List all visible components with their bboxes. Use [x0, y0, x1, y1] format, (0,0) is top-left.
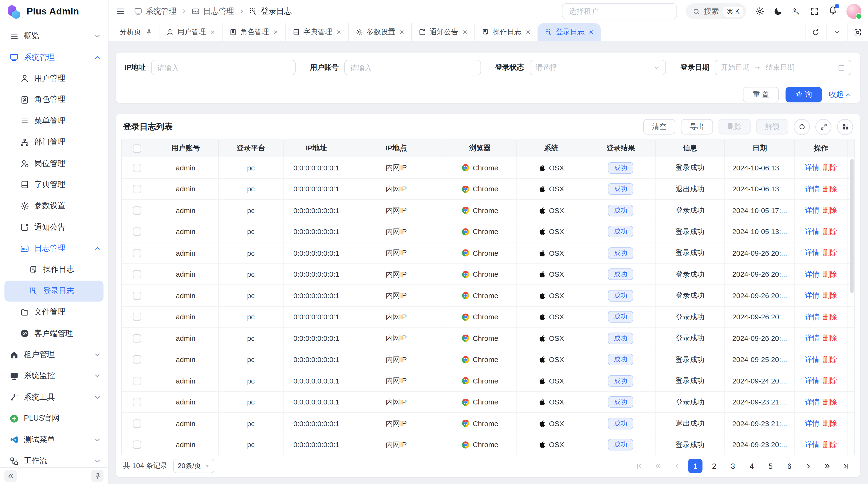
detail-link[interactable]: 详情 — [805, 248, 819, 258]
sidebar-item-role[interactable]: 角色管理 — [0, 89, 108, 110]
delete-link[interactable]: 删除 — [823, 291, 837, 300]
row-checkbox[interactable] — [133, 164, 141, 172]
detail-link[interactable]: 详情 — [805, 397, 819, 407]
delete-link[interactable]: 删除 — [823, 184, 837, 194]
sidebar-item-workflow[interactable]: 工作流 — [0, 450, 108, 467]
breadcrumb-item[interactable]: 系统管理 — [134, 6, 177, 16]
delete-link[interactable]: 删除 — [823, 227, 837, 237]
detail-link[interactable]: 详情 — [805, 227, 819, 237]
query-button[interactable]: 查 询 — [786, 87, 822, 102]
sidebar-item-tool[interactable]: 系统工具 — [0, 387, 108, 408]
row-checkbox[interactable] — [133, 270, 141, 279]
row-checkbox[interactable] — [133, 398, 141, 406]
sidebar-item-monitor[interactable]: 系统监控 — [0, 365, 108, 387]
sidebar-item-test[interactable]: 测试菜单 — [0, 429, 108, 450]
user-avatar[interactable] — [846, 4, 861, 19]
delete-link[interactable]: 删除 — [823, 312, 837, 322]
tab-close-icon[interactable] — [399, 29, 405, 35]
pager-first-button[interactable] — [632, 459, 646, 474]
page-size-select[interactable]: 20条/页 ▼ — [173, 459, 214, 474]
global-search[interactable]: 搜索 ⌘ K — [686, 3, 746, 20]
sidebar-item-post[interactable]: 岗位管理 — [0, 153, 108, 174]
tab-refresh-button[interactable] — [805, 23, 826, 41]
pager-page-1[interactable]: 1 — [688, 459, 703, 474]
collapse-filter-link[interactable]: 收起 — [829, 90, 851, 100]
menu-collapse-icon[interactable] — [116, 7, 125, 16]
detail-link[interactable]: 详情 — [805, 291, 819, 300]
translate-icon[interactable]: 文A — [792, 7, 801, 16]
detail-link[interactable]: 详情 — [805, 355, 819, 364]
tab-操作日志[interactable]: 操作日志 — [475, 23, 538, 41]
tab-close-icon[interactable] — [462, 29, 468, 35]
table-refresh-button[interactable] — [794, 119, 810, 135]
tab-close-icon[interactable] — [210, 29, 215, 35]
sidebar-item-dict[interactable]: 字典管理 — [0, 174, 108, 195]
tab-close-icon[interactable] — [589, 29, 594, 35]
breadcrumb-item[interactable]: 登录日志 — [249, 6, 292, 16]
row-checkbox[interactable] — [133, 249, 141, 257]
pager-page-6[interactable]: 6 — [782, 459, 797, 474]
settings-gear-icon[interactable] — [755, 7, 765, 16]
date-range-picker[interactable]: 开始日期 结束日期 — [715, 60, 851, 75]
tenant-select-input[interactable] — [569, 7, 670, 15]
detail-link[interactable]: 详情 — [805, 418, 819, 428]
delete-link[interactable]: 删除 — [823, 269, 837, 279]
delete-link[interactable]: 删除 — [823, 418, 837, 428]
select-all-checkbox[interactable] — [133, 144, 141, 153]
fullscreen-icon[interactable] — [810, 7, 819, 16]
pager-prev-button[interactable] — [669, 459, 684, 474]
unlock-button[interactable]: 解锁 — [756, 119, 788, 134]
pager-page-4[interactable]: 4 — [745, 459, 759, 474]
row-checkbox[interactable] — [133, 206, 141, 215]
pager-page-5[interactable]: 5 — [763, 459, 778, 474]
delete-link[interactable]: 删除 — [823, 440, 837, 450]
row-checkbox[interactable] — [133, 313, 141, 321]
reset-button[interactable]: 重 置 — [743, 87, 779, 102]
detail-link[interactable]: 详情 — [805, 205, 819, 215]
account-input[interactable] — [350, 63, 475, 72]
delete-link[interactable]: 删除 — [823, 397, 837, 407]
detail-link[interactable]: 详情 — [805, 269, 819, 279]
sidebar-item-notice[interactable]: 通知公告 — [0, 217, 108, 238]
pager-last-button[interactable] — [839, 459, 853, 474]
delete-link[interactable]: 删除 — [823, 248, 837, 258]
sidebar-pin-button[interactable] — [91, 470, 104, 482]
ip-input[interactable] — [157, 63, 289, 72]
delete-link[interactable]: 删除 — [823, 163, 837, 172]
delete-link[interactable]: 删除 — [823, 376, 837, 386]
tab-通知公告[interactable]: 通知公告 — [412, 23, 475, 41]
notifications-button[interactable] — [828, 5, 838, 17]
delete-button[interactable]: 删除 — [718, 119, 751, 134]
table-fullscreen-button[interactable] — [815, 119, 832, 135]
detail-link[interactable]: 详情 — [805, 312, 819, 322]
sidebar-item-client[interactable]: 客户端管理 — [0, 323, 108, 344]
row-checkbox[interactable] — [133, 185, 141, 193]
content-fullscreen-button[interactable] — [847, 23, 868, 41]
tab-close-icon[interactable] — [273, 29, 278, 35]
dark-mode-moon-icon[interactable] — [773, 7, 783, 16]
tab-角色管理[interactable]: 角色管理 — [222, 23, 286, 41]
tab-用户管理[interactable]: 用户管理 — [159, 23, 222, 41]
sidebar-item-param[interactable]: 参数设置 — [0, 195, 108, 217]
breadcrumb-item[interactable]: DEV日志管理 — [191, 6, 234, 16]
row-checkbox[interactable] — [133, 419, 141, 428]
tab-登录日志[interactable]: 登录日志 — [538, 23, 600, 41]
row-checkbox[interactable] — [133, 377, 141, 385]
delete-link[interactable]: 删除 — [823, 333, 837, 343]
sidebar-item-plus-site[interactable]: PLUS官网 — [0, 408, 108, 429]
sidebar-item-loginlog[interactable]: 登录日志 — [4, 280, 103, 301]
detail-link[interactable]: 详情 — [805, 163, 819, 172]
tenant-select[interactable] — [562, 3, 677, 20]
tab-close-icon[interactable] — [336, 29, 342, 35]
pager-next-fast-button[interactable] — [820, 459, 834, 474]
table-scrollbar[interactable] — [850, 159, 854, 293]
row-checkbox[interactable] — [133, 228, 141, 236]
detail-link[interactable]: 详情 — [805, 184, 819, 194]
sidebar-item-user[interactable]: 用户管理 — [0, 68, 108, 89]
tab-字典管理[interactable]: 字典管理 — [286, 23, 349, 41]
sidebar-item-log[interactable]: DEV日志管理 — [0, 238, 108, 259]
sidebar-item-system[interactable]: 系统管理 — [0, 47, 108, 68]
tab-分析页[interactable]: 分析页 — [113, 23, 159, 41]
status-select[interactable]: 请选择 — [529, 60, 666, 75]
row-checkbox[interactable] — [133, 355, 141, 363]
